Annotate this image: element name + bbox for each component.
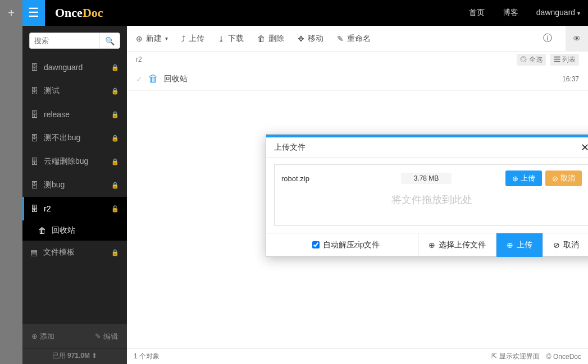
lock-icon: 🔒 [111, 111, 119, 118]
unlock-icon: 🔓 [111, 205, 119, 213]
briefcase-icon: 🗄 [30, 157, 38, 166]
file-cancel-button[interactable]: ⊘ 取消 [545, 171, 582, 186]
chevron-down-icon: ▾ [577, 10, 580, 16]
drop-area[interactable]: robot.zip 3.78 MB ⊕ 上传 ⊘ 取消 将文件拖放到此处 [274, 164, 588, 226]
upload-file-entry: robot.zip 3.78 MB ⊕ 上传 ⊘ 取消 [275, 165, 588, 192]
lock-icon: 🔒 [111, 87, 119, 95]
sidebar-subitem-0[interactable]: 🗑回收站 [22, 220, 127, 241]
search-button[interactable]: 🔍 [99, 33, 120, 49]
upload-dialog: 上传文件 ✕ robot.zip 3.78 MB ⊕ 上传 ⊘ 取消 将文件拖放… [266, 134, 588, 257]
briefcase-icon: 🗄 [30, 110, 38, 119]
nav-user-menu[interactable]: dawnguard ▾ [528, 8, 588, 17]
auto-unzip-checkbox[interactable]: 自动解压zip文件 [302, 233, 390, 257]
lock-icon: 🔒 [111, 182, 119, 189]
copyright: © OnceDoc [546, 353, 581, 361]
info-button[interactable]: ⓘ [543, 33, 552, 44]
trash-icon: 🗑 [148, 73, 158, 85]
plus-circle-icon: ⊕ [429, 241, 435, 250]
search-icon: 🔍 [105, 36, 115, 45]
sidebar-item-label: 云端删除bug [44, 156, 88, 167]
ban-icon: ⊘ [553, 241, 560, 250]
sidebar-add-button[interactable]: ⊕ 添加 [31, 331, 54, 342]
sidebar-item-3[interactable]: 🗄测不出bug🔒 [22, 126, 127, 150]
nav-home[interactable]: 首页 [461, 8, 493, 17]
sidebar-item-7[interactable]: ▤文件模板🔒 [22, 241, 127, 264]
sidebar-item-label: 测不出bug [44, 133, 80, 143]
close-icon: ✕ [581, 142, 588, 153]
menu-toggle-button[interactable]: ☰ [22, 0, 45, 26]
sidebar-item-label: 测试 [44, 86, 60, 96]
plus-circle-icon: ⊕ [31, 332, 38, 340]
storage-usage: 已用 971.0M ⬆ [22, 349, 127, 364]
eye-icon: 👁 [573, 34, 581, 43]
upload-button[interactable]: ⤴ 上传 [181, 34, 204, 44]
trash-icon: 🗑 [257, 34, 265, 43]
briefcase-icon: 🗄 [30, 86, 38, 95]
sidebar-item-label: dawnguard [44, 63, 83, 72]
status-count: 1 个对象 [134, 352, 159, 361]
sidebar-item-label: r2 [44, 204, 51, 213]
preview-toggle-button[interactable]: 👁 [566, 26, 588, 52]
dialog-upload-button[interactable]: ⊕ 上传 [496, 233, 543, 257]
check-circle-icon: ◎ [520, 56, 527, 63]
briefcase-icon: 🗄 [30, 204, 38, 213]
file-upload-button[interactable]: ⊕ 上传 [505, 171, 542, 186]
new-button[interactable]: ⊕ 新建 ▾ [136, 34, 168, 44]
select-file-button[interactable]: ⊕ 选择上传文件 [418, 233, 496, 257]
download-button[interactable]: ⤓ 下载 [218, 34, 244, 44]
sidebar-item-5[interactable]: 🗄测bug🔒 [22, 173, 127, 197]
sidebar-item-label: 文件模板 [43, 247, 75, 257]
sidebar-item-label: release [44, 110, 70, 119]
list-icon: ☰ [554, 56, 560, 63]
upload-icon: ⤴ [181, 34, 185, 43]
check-icon: ✓ [136, 75, 143, 84]
briefcase-icon: 🗄 [30, 133, 38, 142]
info-icon: ⓘ [543, 33, 552, 44]
logo: OnceDoc [55, 6, 103, 20]
file-row-recycle[interactable]: ✓ 🗑 回收站 16:37 [127, 67, 588, 91]
upload-icon: ⬆ [92, 352, 97, 360]
file-name: 回收站 [164, 74, 188, 84]
rename-button[interactable]: ✎ 重命名 [337, 34, 371, 44]
close-button[interactable]: ✕ [581, 141, 588, 154]
upload-circle-icon: ⊕ [507, 241, 513, 250]
chevron-down-icon: ▾ [165, 35, 168, 42]
breadcrumb[interactable]: r2 [136, 56, 142, 63]
nav-blog[interactable]: 博客 [495, 8, 526, 17]
plus-circle-icon: ⊕ [136, 34, 143, 43]
move-icon: ✥ [298, 34, 304, 43]
sidebar-item-2[interactable]: 🗄release🔒 [22, 103, 127, 126]
select-all-button[interactable]: ◎ 全选 [517, 54, 545, 66]
edit-icon: ✎ [95, 332, 101, 340]
view-list-button[interactable]: ☰ 列表 [550, 54, 579, 66]
lock-icon: 🔒 [111, 135, 119, 142]
sidebar-item-0[interactable]: 🗄dawnguard🔒 [22, 56, 127, 79]
sidebar-item-4[interactable]: 🗄云端删除bug🔒 [22, 150, 127, 173]
briefcase-icon: 🗄 [30, 181, 38, 190]
briefcase-icon: 🗄 [30, 63, 38, 72]
lock-icon: 🔒 [111, 158, 119, 165]
sidebar-item-1[interactable]: 🗄测试🔒 [22, 79, 127, 103]
upload-file-size: 3.78 MB [401, 173, 452, 184]
edit-icon: ✎ [337, 34, 344, 43]
search-input[interactable] [29, 33, 99, 49]
move-button[interactable]: ✥ 移动 [298, 34, 323, 44]
drop-hint: 将文件拖放到此处 [275, 193, 588, 206]
sidebar-item-6[interactable]: 🗄r2🔓 [22, 197, 127, 220]
document-icon: ▤ [30, 248, 38, 257]
upload-file-name: robot.zip [281, 174, 401, 183]
welcome-link[interactable]: ⇱ 显示欢迎界面 [491, 352, 539, 361]
ban-icon: ⊘ [552, 174, 558, 183]
dialog-title: 上传文件 [274, 142, 306, 153]
sidebar-subitem-label: 回收站 [52, 225, 75, 236]
trash-icon: 🗑 [38, 226, 46, 235]
sidebar-edit-button[interactable]: ✎ 编辑 [95, 331, 118, 342]
delete-button[interactable]: 🗑 删除 [257, 34, 284, 44]
lock-icon: 🔒 [111, 249, 119, 256]
sidebar-item-label: 测bug [44, 180, 65, 190]
dialog-cancel-button[interactable]: ⊘ 取消 [543, 233, 588, 257]
new-tab-button[interactable]: + [0, 0, 22, 26]
download-icon: ⤓ [218, 34, 225, 43]
file-time: 16:37 [562, 75, 579, 83]
upload-circle-icon: ⊕ [512, 174, 518, 183]
